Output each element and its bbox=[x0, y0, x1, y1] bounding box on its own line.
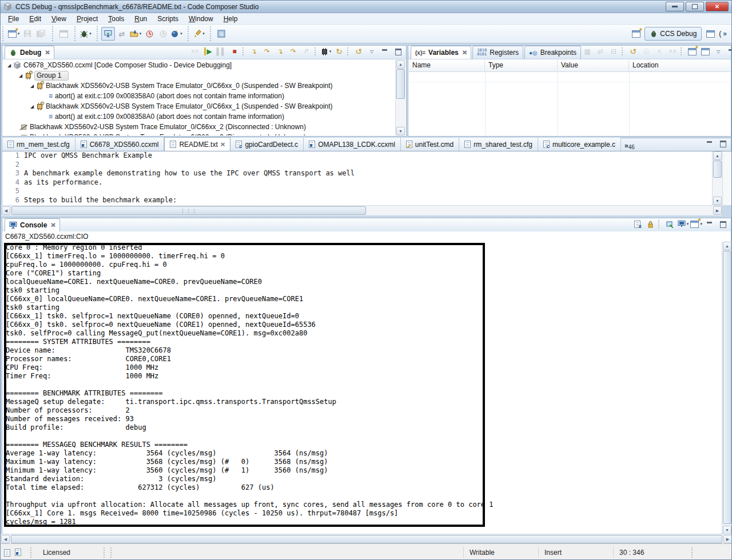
scroll-down-icon[interactable]: ▼ bbox=[396, 127, 405, 135]
trim-widget-icon[interactable] bbox=[15, 549, 21, 556]
tree-row-core0[interactable]: ◢ ⚙︎ Blackhawk XDS560v2-USB System Trace… bbox=[3, 81, 396, 91]
expander-icon[interactable]: ◢ bbox=[5, 63, 13, 68]
asm-step-into-button[interactable]: ↴ bbox=[274, 45, 287, 58]
restore-window-button[interactable] bbox=[686, 2, 704, 11]
scroll-up-icon[interactable]: ▲ bbox=[396, 60, 405, 69]
tab-registers[interactable]: 10100101 Registers bbox=[472, 46, 523, 59]
editor-vertical-scrollbar[interactable]: ▲ ▼ bbox=[712, 151, 722, 205]
show-logical-structure-button[interactable]: ⇄ bbox=[594, 45, 607, 58]
scroll-thumb[interactable] bbox=[11, 535, 722, 543]
scroll-up-icon[interactable]: ▲ bbox=[713, 151, 722, 160]
minimize-view-button[interactable] bbox=[703, 218, 716, 230]
tab-breakpoints[interactable]: ●◎ Breakpoints bbox=[524, 46, 581, 59]
column-header-value[interactable]: Value bbox=[558, 60, 629, 71]
fast-view-icon[interactable] bbox=[4, 549, 10, 557]
column-header-name[interactable]: Name bbox=[409, 60, 485, 71]
close-tab-icon[interactable]: ❌︎ bbox=[463, 49, 467, 56]
remove-selected-button[interactable]: × bbox=[653, 45, 666, 58]
minimize-window-button[interactable] bbox=[666, 2, 684, 11]
collapse-all-button[interactable]: ⊟ bbox=[607, 45, 620, 58]
editor-tab-rm-shared-test[interactable]: rm_shared_test.cfg bbox=[459, 138, 538, 151]
editor-tab-readme[interactable]: README.txt❌︎ bbox=[164, 137, 230, 151]
scroll-thumb[interactable] bbox=[723, 251, 731, 524]
tab-variables[interactable]: (x)= Variables ❌︎ bbox=[411, 46, 471, 59]
view-menu-button[interactable]: ▽ bbox=[712, 45, 725, 58]
maximize-view-button[interactable] bbox=[717, 218, 729, 230]
editor-tab-omapl138-lcdk[interactable]: OMAPL138_LCDK.ccxml bbox=[304, 138, 401, 151]
console-vertical-scrollbar[interactable]: ▲ ▼ bbox=[722, 242, 732, 534]
profile-clock-button[interactable] bbox=[142, 27, 156, 41]
scroll-up-icon[interactable]: ▲ bbox=[723, 242, 731, 250]
column-header-location[interactable]: Location bbox=[629, 60, 730, 71]
editor-tab-gpiocarddetect[interactable]: gpioCardDetect.c bbox=[230, 138, 304, 151]
editor-area-button[interactable] bbox=[214, 27, 228, 41]
save-all-button[interactable] bbox=[34, 27, 48, 41]
scroll-thumb[interactable]: ⋮⋮⋮ bbox=[11, 206, 366, 215]
console-horizontal-scrollbar[interactable]: ◀ ▶ bbox=[1, 534, 732, 544]
debug-launch-button[interactable]: ▾ bbox=[79, 27, 93, 41]
tree-row-core2[interactable]: Blackhawk XDS560v2-USB System Trace Emul… bbox=[3, 122, 396, 132]
editor-horizontal-scrollbar[interactable]: ◀ ⋮⋮⋮ ▶ bbox=[2, 205, 722, 215]
tree-row-core3[interactable]: Blackhawk XDS560v2-USB System Trace Emul… bbox=[3, 132, 396, 135]
suspend-button[interactable]: ▌▌ bbox=[215, 45, 228, 58]
maximize-view-button[interactable] bbox=[392, 45, 404, 58]
perspective-ccs-debug-button[interactable]: CCS Debug bbox=[645, 27, 702, 41]
new-view-button[interactable] bbox=[686, 45, 698, 58]
view-menu-button[interactable]: ▽ bbox=[365, 45, 378, 58]
refresh-variables-button[interactable]: ↺ bbox=[627, 45, 639, 58]
clone-view-button[interactable] bbox=[699, 45, 711, 58]
menu-project[interactable]: Project bbox=[71, 14, 103, 24]
minimize-view-button[interactable] bbox=[725, 45, 732, 58]
open-console-button[interactable]: ▾ bbox=[690, 218, 703, 230]
tree-row-core1[interactable]: ◢ ⚙︎ Blackhawk XDS560v2-USB System Trace… bbox=[3, 101, 396, 111]
pin-console-button[interactable] bbox=[663, 218, 676, 230]
scroll-thumb[interactable] bbox=[396, 69, 405, 99]
menu-window[interactable]: Window bbox=[184, 14, 218, 24]
pin-view-button[interactable]: ☉ bbox=[640, 45, 653, 58]
step-return-button[interactable]: ↱ bbox=[300, 45, 313, 58]
menu-scripts[interactable]: Scripts bbox=[152, 14, 184, 24]
asm-step-over-button[interactable]: ↷ bbox=[287, 45, 300, 58]
menu-tools[interactable]: Tools bbox=[103, 14, 129, 24]
scroll-left-icon[interactable]: ◀ bbox=[1, 535, 10, 543]
load-program-button[interactable]: ▾ bbox=[129, 27, 142, 41]
tab-console[interactable]: Console ❌︎ bbox=[5, 218, 60, 231]
menu-edit[interactable]: Edit bbox=[24, 14, 46, 24]
menu-view[interactable]: View bbox=[46, 14, 71, 24]
step-into-button[interactable]: ↴ bbox=[248, 45, 260, 58]
scroll-down-icon[interactable]: ▼ bbox=[713, 197, 722, 205]
tree-row-frame0[interactable]: ≡ abort() at exit.c:109 0x008358A0 (abor… bbox=[3, 91, 396, 101]
show-type-names-button[interactable]: ▦ bbox=[581, 45, 594, 58]
save-button[interactable] bbox=[21, 27, 34, 41]
target-configurations-button[interactable] bbox=[101, 27, 115, 41]
tree-row-frame1[interactable]: ≡ abort() at exit.c:109 0x008358A0 (abor… bbox=[3, 111, 396, 122]
minimize-view-button[interactable] bbox=[379, 45, 391, 58]
close-tab-icon[interactable]: ❌︎ bbox=[221, 141, 225, 148]
scroll-lock-button[interactable] bbox=[644, 218, 657, 230]
scroll-left-icon[interactable]: ◀ bbox=[2, 206, 10, 215]
editor-tab-overflow-button[interactable]: »46 bbox=[621, 141, 638, 151]
build-button[interactable] bbox=[57, 27, 70, 41]
rtsc-tools-button[interactable]: * ▾ bbox=[170, 27, 184, 41]
close-tab-icon[interactable]: ❌︎ bbox=[45, 49, 50, 56]
remove-all-button[interactable]: ×× bbox=[666, 45, 679, 58]
highlight-tool-button[interactable]: ▾ bbox=[192, 27, 206, 41]
editor-tab-multicore-example[interactable]: multicore_example.c bbox=[538, 138, 621, 151]
display-selected-console-button[interactable]: ▾ bbox=[677, 218, 689, 230]
tree-row-launch[interactable]: ◢ C6678_XDS560.ccxml [Code Composer Stud… bbox=[3, 60, 396, 70]
expander-icon[interactable]: ◢ bbox=[28, 83, 36, 89]
toolbar-overflow-chevron-icon[interactable]: » bbox=[723, 30, 727, 38]
maximize-editor-button[interactable] bbox=[717, 137, 729, 150]
connect-target-button[interactable]: ⇄ bbox=[115, 27, 129, 41]
scroll-right-icon[interactable]: ▶ bbox=[723, 535, 732, 543]
terminate-button[interactable]: ■ bbox=[228, 45, 241, 58]
menu-help[interactable]: Help bbox=[218, 14, 243, 24]
refresh-button[interactable]: ↺ bbox=[352, 45, 365, 58]
open-perspective-button[interactable] bbox=[629, 27, 643, 41]
close-window-button[interactable]: ✕ bbox=[706, 2, 729, 11]
column-header-type[interactable]: Type bbox=[485, 60, 558, 71]
expander-icon[interactable]: ◢ bbox=[28, 104, 36, 109]
clear-console-button[interactable] bbox=[631, 218, 643, 230]
step-over-button[interactable]: ↷ bbox=[261, 45, 273, 58]
text-editor[interactable]: 1IPC over QMSS Benchmark Example 2 3A be… bbox=[2, 151, 712, 205]
